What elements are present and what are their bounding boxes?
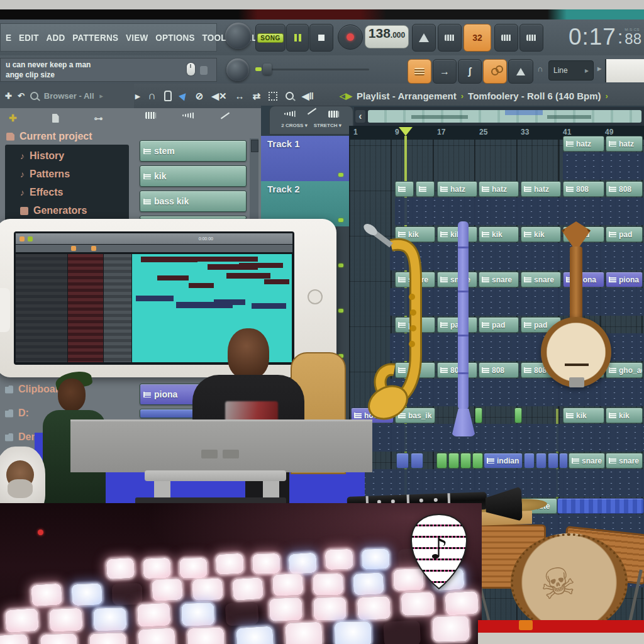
browser-arrow-icon[interactable]: ▸: [100, 92, 103, 99]
playlist-clip-snare[interactable]: snare: [521, 272, 561, 287]
undo-icon[interactable]: ↶: [18, 91, 25, 101]
countdown-button[interactable]: [494, 24, 518, 52]
playlist-clip[interactable]: [411, 453, 423, 469]
slide-tool-icon[interactable]: ⇄: [253, 91, 261, 102]
select-tool-icon[interactable]: [269, 92, 277, 101]
pin-icon[interactable]: ✚: [5, 91, 12, 101]
pattern-clip-stem[interactable]: stem: [140, 140, 247, 162]
playlist-clip-indian[interactable]: indian: [484, 453, 523, 469]
slider-handle[interactable]: [263, 64, 272, 75]
playlist-clip[interactable]: [559, 453, 568, 469]
tree-item-current-project[interactable]: Current project: [6, 131, 92, 142]
song-mode-button[interactable]: SONG: [255, 24, 286, 52]
detach-icon[interactable]: ▸: [135, 91, 140, 102]
playlist-clip-808[interactable]: 808: [479, 362, 519, 378]
tree-item-effects[interactable]: ♪Effects: [20, 187, 63, 198]
draw-tool-icon[interactable]: [179, 91, 189, 101]
playlist-clip[interactable]: [436, 453, 447, 469]
playlist-grid-button[interactable]: [408, 59, 431, 84]
playlist-clip-808[interactable]: 808: [606, 181, 643, 197]
bpm-display[interactable]: 138.000: [365, 25, 409, 48]
step-edit-button[interactable]: →: [433, 59, 457, 84]
breadcrumb-root[interactable]: Playlist - Arrangement: [357, 91, 457, 101]
search-icon[interactable]: [30, 92, 38, 100]
stretch-tab[interactable]: STRETCH ▾: [314, 123, 341, 128]
magnet-small-icon[interactable]: ∩: [537, 64, 543, 74]
playlist-clip-kik[interactable]: kik: [606, 408, 643, 423]
record-button[interactable]: [338, 25, 363, 50]
playlist-clip[interactable]: [396, 453, 409, 469]
wave-tab-icon[interactable]: [284, 111, 296, 117]
automation-icon[interactable]: [221, 112, 230, 119]
file-icon[interactable]: [52, 114, 59, 123]
playlist-clip[interactable]: [472, 453, 483, 469]
crossfade-tab[interactable]: 2 CROSS ▾: [281, 123, 307, 128]
loop-record-button[interactable]: [519, 24, 543, 52]
playlist-clip[interactable]: [475, 408, 482, 423]
playlist-clip[interactable]: [557, 498, 644, 514]
tree-item-clipboar[interactable]: Clipboar: [5, 384, 59, 395]
playlist-clip[interactable]: [448, 453, 459, 469]
playback-tool-icon[interactable]: ◀ǁ: [302, 91, 314, 102]
shuffle-slider[interactable]: [265, 69, 369, 70]
playlist-clip[interactable]: [514, 408, 522, 423]
tree-item-d-[interactable]: D:: [5, 408, 29, 419]
stop-button[interactable]: [309, 24, 333, 52]
playlist-clip-piona[interactable]: piona: [563, 272, 604, 287]
menu-item-options[interactable]: OPTIONS: [155, 32, 195, 43]
snap-selector[interactable]: Line ▸: [548, 60, 594, 80]
playlist-clip[interactable]: [395, 181, 414, 197]
playlist-clip-pad[interactable]: pad: [479, 317, 519, 333]
waveform-icon[interactable]: [182, 113, 194, 119]
menu-item-view[interactable]: VIEW: [126, 32, 148, 43]
plugin-icon[interactable]: ⊶: [94, 113, 103, 123]
time-display[interactable]: 0:17 : M:S:CS 88: [542, 20, 641, 54]
playlist-clip-808[interactable]: 808: [563, 181, 604, 197]
piano-icon[interactable]: [145, 112, 156, 119]
magnet-icon[interactable]: ∩: [148, 90, 156, 103]
playlist-clip-piona[interactable]: piona: [606, 272, 643, 287]
playlist-clip-hatz[interactable]: hatz: [563, 136, 604, 152]
scrollbar-track[interactable]: [368, 110, 641, 123]
menu-item-edit[interactable]: EDIT: [19, 32, 39, 43]
track-header-1[interactable]: Track 1: [261, 136, 349, 181]
pattern-selector[interactable]: 32: [464, 24, 491, 52]
pause-button[interactable]: [286, 24, 309, 52]
playlist-clip-kik[interactable]: kik: [521, 226, 561, 242]
main-volume-knob[interactable]: [225, 23, 252, 49]
menu-item-patterns[interactable]: PATTERNS: [72, 32, 118, 43]
master-pitch-knob[interactable]: [226, 58, 249, 81]
playlist-clip-kik[interactable]: kik: [479, 226, 519, 242]
playhead-marker[interactable]: [399, 127, 413, 136]
playlist-clip-snare[interactable]: snare: [569, 453, 605, 469]
playlist-clip-hatz[interactable]: hatz: [521, 181, 561, 197]
paperclip-icon[interactable]: [164, 91, 172, 101]
tree-item-patterns[interactable]: ♪Patterns: [20, 169, 70, 180]
metronome-button[interactable]: [412, 24, 436, 52]
metronome-sound-button[interactable]: [508, 59, 533, 84]
playlist-clip-snare[interactable]: snare: [479, 272, 519, 287]
typing-to-piano-button[interactable]: [483, 59, 507, 84]
playlist-overview-scrollbar[interactable]: ‹: [354, 107, 644, 126]
playlist-clip[interactable]: [460, 453, 471, 469]
playlist-clip-kik[interactable]: kik: [563, 408, 604, 423]
playlist-clip[interactable]: [536, 453, 547, 469]
playlist-clip[interactable]: [548, 453, 558, 469]
zoom-tool-icon[interactable]: [286, 92, 294, 100]
move-icon[interactable]: ✚: [9, 113, 17, 124]
pattern-clip-kik[interactable]: kik: [140, 165, 247, 187]
breadcrumb-item[interactable]: Tomfoolery - Roll 6 (140 Bpm): [468, 91, 601, 101]
playlist-clip-gho_ad[interactable]: gho_ad: [606, 362, 643, 378]
arrow-small-icon[interactable]: ▸: [597, 64, 601, 73]
playlist-clip-hatz[interactable]: hatz: [479, 181, 519, 197]
playlist-clip-snare[interactable]: snare: [606, 453, 643, 469]
slide-curve-button[interactable]: ʃ: [458, 59, 482, 84]
playlist-clip[interactable]: [524, 453, 535, 469]
wait-for-input-button[interactable]: [438, 24, 462, 52]
delete-tool-icon[interactable]: ⊘: [196, 91, 204, 102]
scroll-left-button[interactable]: ‹: [355, 110, 365, 123]
playlist-clip-hatz[interactable]: hatz: [437, 181, 477, 197]
mute-tool-icon[interactable]: ◀✕: [211, 91, 226, 102]
menu-item-add[interactable]: ADD: [47, 32, 65, 43]
tree-item-history[interactable]: ♪History: [20, 150, 64, 162]
